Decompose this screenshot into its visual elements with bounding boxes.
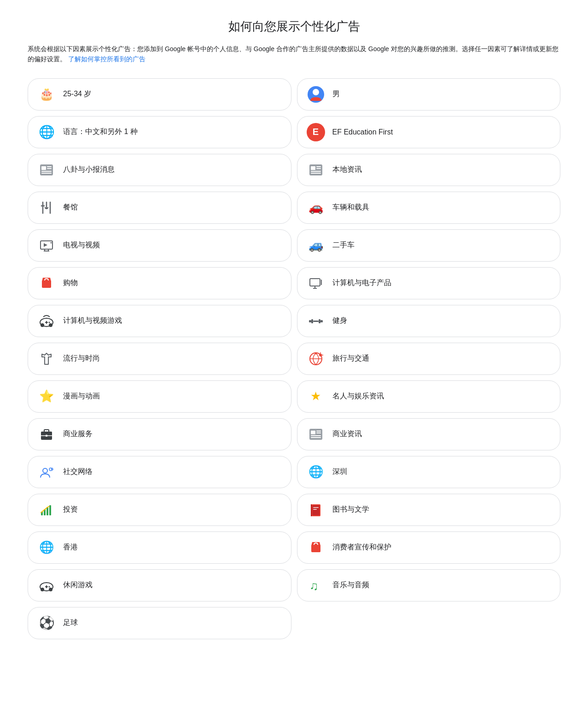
svg-rect-36 xyxy=(320,320,323,322)
label-shenzhen: 深圳 xyxy=(332,467,347,477)
svg-rect-66 xyxy=(313,507,319,508)
svg-rect-37 xyxy=(311,319,313,323)
card-language[interactable]: 🌐 语言：中文和另外 1 种 xyxy=(28,116,291,148)
svg-point-30 xyxy=(41,323,44,327)
card-celebrity[interactable]: ★ 名人与娱乐资讯 xyxy=(297,380,561,413)
page-description: 系统会根据以下因素展示个性化广告：您添加到 Google 帐号中的个人信息、与 … xyxy=(28,44,560,64)
label-vehicle: 车辆和载具 xyxy=(332,203,369,212)
label-used-car: 二手车 xyxy=(332,240,355,250)
icon-shenzhen: 🌐 xyxy=(307,463,325,481)
label-local-news: 本地资讯 xyxy=(332,165,362,175)
icon-biz-service xyxy=(37,425,56,444)
card-casual-game[interactable]: 休闲游戏 xyxy=(28,569,291,601)
svg-rect-51 xyxy=(311,431,315,434)
label-anime: 漫画与动画 xyxy=(63,391,100,401)
card-music[interactable]: ♫ 音乐与音频 xyxy=(297,569,561,601)
label-social: 社交网络 xyxy=(63,467,93,477)
card-gossip[interactable]: 八卦与小报消息 xyxy=(28,154,291,186)
card-restaurant[interactable]: 餐馆 xyxy=(28,192,291,224)
label-consumer: 消费者宣传和保护 xyxy=(332,543,391,552)
icon-soccer: ⚽ xyxy=(37,614,56,632)
card-tv[interactable]: 电视与视频 xyxy=(28,229,291,262)
card-gaming[interactable]: 计算机与视频游戏 xyxy=(28,305,291,337)
card-anime[interactable]: ⭐ 漫画与动画 xyxy=(28,380,291,413)
svg-rect-24 xyxy=(42,280,51,288)
card-used-car[interactable]: 🚙 二手车 xyxy=(297,229,561,262)
icon-hk: 🌐 xyxy=(37,538,56,557)
icon-vehicle: 🚗 xyxy=(307,198,325,217)
icon-travel xyxy=(307,350,325,368)
icon-social: + xyxy=(37,463,56,481)
icon-celebrity: ★ xyxy=(307,387,325,406)
icon-books xyxy=(307,501,325,519)
card-invest[interactable]: 投资 xyxy=(28,494,291,526)
card-age[interactable]: 🎂 25-34 岁 xyxy=(28,78,291,111)
card-fashion[interactable]: 流行与时尚 xyxy=(28,343,291,375)
card-male[interactable]: 男 xyxy=(297,78,561,111)
card-shopping[interactable]: 购物 xyxy=(28,267,291,299)
svg-rect-38 xyxy=(319,319,320,323)
label-music: 音乐与音频 xyxy=(332,580,369,590)
icon-invest xyxy=(37,501,56,519)
icon-computer xyxy=(307,274,325,292)
svg-rect-7 xyxy=(41,173,52,174)
svg-rect-5 xyxy=(47,168,52,169)
label-gossip: 八卦与小报消息 xyxy=(63,165,115,175)
card-social[interactable]: + 社交网络 xyxy=(28,456,291,488)
svg-rect-35 xyxy=(309,320,311,322)
card-books[interactable]: 图书与文学 xyxy=(297,494,561,526)
card-consumer[interactable]: 消费者宣传和保护 xyxy=(297,531,561,564)
cards-grid: 🎂 25-34 岁 男 🌐 语言：中文和另外 1 种 E EF Educatio… xyxy=(28,78,560,639)
svg-rect-9 xyxy=(311,166,315,170)
svg-rect-62 xyxy=(49,505,51,515)
svg-rect-68 xyxy=(311,545,320,552)
svg-rect-28 xyxy=(321,280,322,285)
card-ef[interactable]: E EF Education First xyxy=(297,116,561,148)
card-local-news[interactable]: 本地资讯 xyxy=(297,154,561,186)
svg-point-1 xyxy=(313,89,319,95)
learn-more-link[interactable]: 了解如何掌控所看到的广告 xyxy=(68,55,146,63)
card-vehicle[interactable]: 🚗 车辆和载具 xyxy=(297,192,561,224)
icon-fashion xyxy=(37,350,56,368)
icon-tv xyxy=(37,236,56,255)
label-books: 图书与文学 xyxy=(332,505,369,514)
svg-text:♫: ♫ xyxy=(309,579,319,593)
svg-rect-53 xyxy=(316,432,321,433)
icon-shopping xyxy=(37,274,56,292)
label-language: 语言：中文和另外 1 种 xyxy=(63,127,138,137)
label-computer: 计算机与电子产品 xyxy=(332,278,391,288)
svg-rect-11 xyxy=(316,168,321,169)
icon-used-car: 🚙 xyxy=(307,236,325,255)
svg-point-56 xyxy=(43,468,47,473)
card-computer[interactable]: 计算机与电子产品 xyxy=(297,267,561,299)
card-hk[interactable]: 🌐 香港 xyxy=(28,531,291,564)
label-biz-news: 商业资讯 xyxy=(332,429,362,439)
svg-rect-55 xyxy=(311,437,321,438)
svg-point-31 xyxy=(49,323,52,327)
svg-rect-13 xyxy=(311,173,321,174)
label-soccer: 足球 xyxy=(63,618,78,628)
svg-rect-6 xyxy=(41,171,52,172)
svg-rect-39 xyxy=(313,321,319,322)
svg-rect-12 xyxy=(311,171,321,172)
svg-rect-4 xyxy=(47,166,52,167)
icon-casual xyxy=(37,576,56,595)
card-biz-service[interactable]: 商业服务 xyxy=(28,418,291,450)
svg-point-19 xyxy=(51,242,52,243)
label-age: 25-34 岁 xyxy=(63,89,91,99)
label-tv: 电视与视频 xyxy=(63,240,100,250)
label-male: 男 xyxy=(332,89,340,99)
svg-point-74 xyxy=(49,586,50,587)
label-hk: 香港 xyxy=(63,543,78,552)
card-travel[interactable]: 旅行与交通 xyxy=(297,343,561,375)
icon-music: ♫ xyxy=(307,576,325,595)
label-biz-service: 商业服务 xyxy=(63,429,93,439)
card-fitness[interactable]: 健身 xyxy=(297,305,561,337)
card-shenzhen[interactable]: 🌐 深圳 xyxy=(297,456,561,488)
label-fashion: 流行与时尚 xyxy=(63,354,100,363)
icon-news xyxy=(37,161,56,179)
card-soccer[interactable]: ⚽ 足球 xyxy=(28,607,291,639)
icon-consumer xyxy=(307,538,325,557)
card-biz-news[interactable]: 商业资讯 xyxy=(297,418,561,450)
svg-point-34 xyxy=(49,321,50,323)
